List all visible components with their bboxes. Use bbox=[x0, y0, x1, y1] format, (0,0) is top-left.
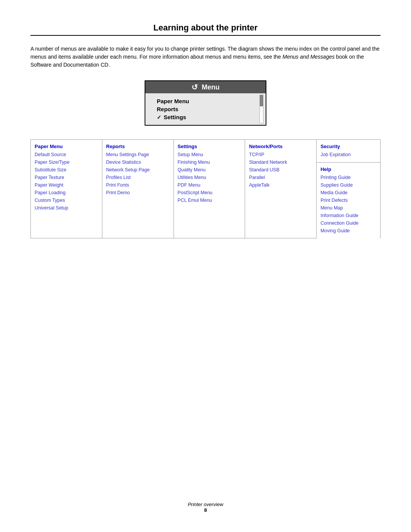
col-item: Substitute Size bbox=[35, 166, 98, 174]
menu-diagram: ↺ Menu Paper Menu Reports Settings bbox=[145, 80, 266, 126]
footer-text: Printer overview bbox=[188, 502, 223, 507]
page: Learning about the printer A number of m… bbox=[0, 0, 411, 532]
menu-item-settings: Settings bbox=[157, 113, 258, 121]
col-item: Network Setup Page bbox=[106, 166, 170, 174]
col-item: Supplies Guide bbox=[320, 181, 376, 189]
col-item: Job Expiration bbox=[320, 151, 376, 158]
col-help: Help Printing Guide Supplies Guide Media… bbox=[317, 163, 380, 238]
menu-scrollbar bbox=[260, 95, 263, 123]
menu-item-reports: Reports bbox=[157, 105, 258, 113]
menu-arrow-icon: ↺ bbox=[191, 83, 198, 92]
col-item: Paper Loading bbox=[35, 189, 98, 197]
col-item: Setup Menu bbox=[178, 151, 241, 158]
scrollbar-thumb bbox=[260, 95, 263, 106]
col-item: TCP/IP bbox=[249, 151, 312, 158]
col-item: Paper Size/Type bbox=[35, 158, 98, 166]
column-reports: Reports Menu Settings Page Device Statis… bbox=[102, 140, 174, 238]
col-security: Security Job Expiration bbox=[317, 140, 380, 163]
menu-item-paper-label: Paper Menu bbox=[157, 98, 189, 104]
menu-diagram-wrapper: ↺ Menu Paper Menu Reports Settings bbox=[30, 80, 381, 126]
col-item: Universal Setup bbox=[35, 204, 98, 212]
col-header-settings: Settings bbox=[178, 144, 241, 149]
col-item: Parallel bbox=[249, 174, 312, 181]
title-divider bbox=[30, 35, 381, 36]
col-item: Menu Map bbox=[320, 204, 376, 212]
column-network-ports: Network/Ports TCP/IP Standard Network St… bbox=[245, 140, 317, 238]
intro-paragraph: A number of menus are available to make … bbox=[30, 45, 381, 69]
menu-diagram-title: Menu bbox=[202, 83, 220, 91]
col-item: Information Guide bbox=[320, 212, 376, 219]
col-item: Printing Guide bbox=[320, 174, 376, 181]
col-item: Default Source bbox=[35, 151, 98, 158]
page-title: Learning about the printer bbox=[30, 23, 381, 33]
col-item: Device Statistics bbox=[106, 158, 170, 166]
col-item: Print Fonts bbox=[106, 181, 170, 189]
col-item: Utilities Menu bbox=[178, 174, 241, 181]
col-item: Paper Weight bbox=[35, 181, 98, 189]
col-item: Quality Menu bbox=[178, 166, 241, 174]
column-security-help: Security Job Expiration Help Printing Gu… bbox=[317, 140, 381, 238]
col-header-paper-menu: Paper Menu bbox=[35, 144, 98, 149]
col-item: AppleTalk bbox=[249, 181, 312, 189]
col-item: Connection Guide bbox=[320, 219, 376, 227]
col-header-security: Security bbox=[320, 144, 376, 149]
col-item: Menu Settings Page bbox=[106, 151, 170, 158]
col-item: Finishing Menu bbox=[178, 158, 241, 166]
col-header-help: Help bbox=[320, 166, 376, 172]
col-item: Moving Guide bbox=[320, 227, 376, 235]
col-item: PDF Menu bbox=[178, 181, 241, 189]
menu-diagram-header: ↺ Menu bbox=[145, 81, 266, 93]
intro-italic: Menus and Messages bbox=[282, 54, 335, 60]
menu-item-reports-label: Reports bbox=[157, 106, 178, 112]
col-item: Media Guide bbox=[320, 189, 376, 197]
col-item: Standard Network bbox=[249, 158, 312, 166]
col-item: Print Defects bbox=[320, 197, 376, 204]
col-item: Custom Types bbox=[35, 197, 98, 204]
footer: Printer overview 8 bbox=[0, 502, 411, 513]
column-paper-menu: Paper Menu Default Source Paper Size/Typ… bbox=[31, 140, 102, 238]
col-item: PCL Emul Menu bbox=[178, 197, 241, 204]
col-header-reports: Reports bbox=[106, 144, 170, 149]
col-item: Standard USB bbox=[249, 166, 312, 174]
col-item: Paper Texture bbox=[35, 174, 98, 181]
menu-diagram-body: Paper Menu Reports Settings bbox=[145, 93, 266, 125]
columns-container: Paper Menu Default Source Paper Size/Typ… bbox=[30, 139, 381, 238]
menu-item-paper: Paper Menu bbox=[157, 97, 258, 105]
column-settings: Settings Setup Menu Finishing Menu Quali… bbox=[174, 140, 245, 238]
menu-item-settings-label: Settings bbox=[164, 114, 186, 120]
col-item: PostScript Menu bbox=[178, 189, 241, 197]
col-item: Print Demo bbox=[106, 189, 170, 197]
col-header-network-ports: Network/Ports bbox=[249, 144, 312, 149]
footer-page: 8 bbox=[0, 507, 411, 513]
col-item: Profiles List bbox=[106, 174, 170, 181]
